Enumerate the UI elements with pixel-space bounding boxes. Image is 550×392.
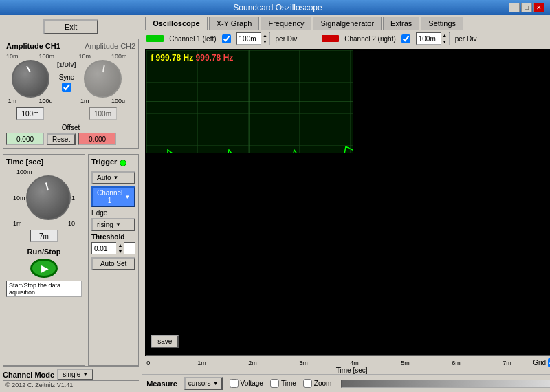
maximize-button[interactable]: □: [521, 3, 532, 12]
title-bar: Soundcard Oszilloscope ─ □ ✕: [0, 0, 550, 15]
zoom-slider[interactable]: [341, 380, 550, 388]
ch1-color-indicator: [146, 35, 164, 42]
channel-mode-button[interactable]: single ▼: [57, 369, 94, 380]
ch1-amplitude-knob[interactable]: [12, 60, 50, 98]
threshold-spinners: ▲ ▼: [116, 242, 124, 254]
ch2-up-button[interactable]: ▲: [441, 32, 449, 39]
cursors-dropdown: cursors ▼: [184, 377, 223, 390]
ch1-sync-row: 100m: [16, 107, 44, 120]
close-button[interactable]: ✕: [534, 3, 544, 12]
threshold-spinbox[interactable]: 0.01 ▲ ▼: [91, 242, 135, 254]
grid-label: Grid: [533, 359, 546, 367]
reset-button[interactable]: Reset: [47, 133, 76, 145]
ch2-amplitude-input[interactable]: 100m: [89, 107, 117, 120]
time-section-title: Time [sec]: [6, 157, 82, 166]
bottom-left: Time [sec] 100m 10m 1 1m 10: [3, 154, 139, 366]
ch2-per-div-value: 100m: [417, 35, 441, 43]
tab-settings[interactable]: Settings: [421, 17, 463, 30]
minimize-button[interactable]: ─: [509, 3, 520, 12]
ch1-per-div-spinbox[interactable]: 100m ▲ ▼: [236, 32, 270, 45]
time-axis-center-label: Time [sec]: [142, 367, 550, 374]
ch1-per-div-value: 100m: [237, 35, 261, 43]
exit-button[interactable]: Exit: [43, 19, 98, 34]
copyright-bar: © 2012 C. Zeitnitz V1.41: [3, 380, 139, 389]
ch2-knob-labels-top: 10m 100m: [79, 53, 127, 60]
channel-mode-arrow: ▼: [82, 371, 88, 378]
ch2-color-indicator: [322, 35, 339, 42]
time-measure-label: Time: [281, 380, 296, 387]
ch2-spinners: ▲ ▼: [441, 32, 449, 45]
tab-bar: Oscilloscope X-Y Graph Frequency Signalg…: [142, 15, 550, 30]
tab-extras[interactable]: Extras: [383, 17, 419, 30]
time-knob-container: 100m 10m 1 1m 10: [6, 168, 82, 227]
zoom-checkbox[interactable]: [303, 379, 312, 388]
voltage-label: Voltage: [241, 380, 263, 387]
measure-bar: Measure cursors ▼ Voltage Time Zoom: [142, 374, 550, 392]
trigger-auto-button[interactable]: Auto ▼: [91, 171, 135, 184]
zoom-label: Zoom: [314, 380, 332, 387]
cursors-arrow: ▼: [213, 380, 219, 386]
play-icon: ▶: [41, 263, 49, 274]
ch2-sync-row: 100m: [89, 107, 117, 120]
trigger-led: [120, 160, 126, 166]
threshold-down-button[interactable]: ▼: [116, 248, 124, 254]
threshold-label: Threshold: [91, 233, 135, 241]
ch1-spinners: ▲ ▼: [261, 32, 270, 45]
time-measure-checkbox[interactable]: [270, 379, 279, 388]
offset-inputs-row: 0.000 Reset 0.000: [6, 133, 135, 145]
auto-set-button[interactable]: Auto Set: [91, 257, 135, 270]
scope-grid-svg: ✦: [146, 50, 353, 153]
ch1-up-button[interactable]: ▲: [261, 32, 270, 39]
ch1-checkbox[interactable]: [222, 34, 231, 43]
tab-oscilloscope[interactable]: Oscilloscope: [145, 17, 207, 30]
amplitude-section: Amplitude CH1 Amplitude CH2 10m 100m 1m …: [3, 39, 139, 149]
ch2-per-div-spinbox[interactable]: 100m ▲ ▼: [416, 32, 450, 45]
time-input-row: 7m: [6, 230, 82, 242]
ch1-down-button[interactable]: ▼: [261, 39, 270, 45]
ch2-freq-display: 999.78 Hz: [196, 53, 234, 63]
ch1-amplitude-input[interactable]: 100m: [16, 107, 44, 120]
scope-display: f 999.78 Hz 999.78 Hz: [145, 49, 550, 356]
time-input[interactable]: 7m: [30, 230, 58, 242]
edge-label: Edge: [91, 209, 135, 217]
ch1-knob-container: 10m 100m 1m 100u 100m: [6, 53, 54, 120]
ch2-checkbox[interactable]: [402, 34, 410, 43]
time-section: Time [sec] 100m 10m 1 1m 10: [3, 154, 85, 366]
frequency-display: f 999.78 Hz 999.78 Hz: [151, 53, 233, 63]
main-container: Exit Amplitude CH1 Amplitude CH2 10m 100…: [0, 15, 550, 392]
run-stop-section: Run/Stop ▶: [6, 248, 82, 278]
ch2-per-div-label: per Div: [455, 35, 477, 43]
channel-dropdown-arrow: ▼: [124, 194, 130, 200]
edge-dropdown-arrow: ▼: [116, 221, 121, 228]
save-button[interactable]: save: [151, 335, 179, 348]
tab-xy-graph[interactable]: X-Y Graph: [209, 17, 260, 30]
ch2-offset-input[interactable]: 0.000: [78, 133, 116, 145]
window-title: Soundcard Oszilloscope: [47, 3, 509, 12]
window-controls: ─ □ ✕: [509, 3, 544, 12]
time-measure: Time: [270, 379, 296, 388]
trigger-header: Trigger: [91, 157, 135, 168]
auto-dropdown-arrow: ▼: [113, 175, 119, 181]
amplitude-header: Amplitude CH1 Amplitude CH2: [6, 42, 135, 50]
time-knob-labels: 100m: [16, 168, 72, 175]
trigger-channel-button[interactable]: Channel 1 ▼: [91, 186, 135, 207]
knob-row: 10m 100m 1m 100u 100m: [6, 53, 135, 120]
cursors-button[interactable]: cursors ▼: [184, 377, 223, 390]
tab-frequency[interactable]: Frequency: [261, 17, 311, 30]
amplitude-ch1-label: Amplitude CH1: [6, 42, 60, 50]
offset-row: Offset: [6, 124, 135, 131]
tab-signalgenerator[interactable]: Signalgenerator: [313, 17, 382, 30]
channel-controls: Channel 1 (left) 100m ▲ ▼ per Div Channe…: [142, 30, 550, 47]
ch2-amplitude-knob[interactable]: [84, 60, 122, 98]
trigger-edge-button[interactable]: rising ▼: [91, 218, 135, 231]
run-stop-button[interactable]: ▶: [30, 259, 58, 278]
ch2-knob-container: 10m 100m 1m 100u 100m: [79, 53, 127, 120]
sync-checkbox[interactable]: [62, 83, 72, 92]
ch1-offset-input[interactable]: 0.000: [6, 133, 44, 145]
ch2-down-button[interactable]: ▼: [441, 39, 449, 45]
voltage-checkbox[interactable]: [230, 379, 239, 388]
threshold-up-button[interactable]: ▲: [116, 242, 124, 248]
voltage-measure: Voltage: [230, 379, 263, 388]
time-knob[interactable]: [26, 175, 71, 220]
div-label: [1/Div]: [57, 61, 76, 68]
